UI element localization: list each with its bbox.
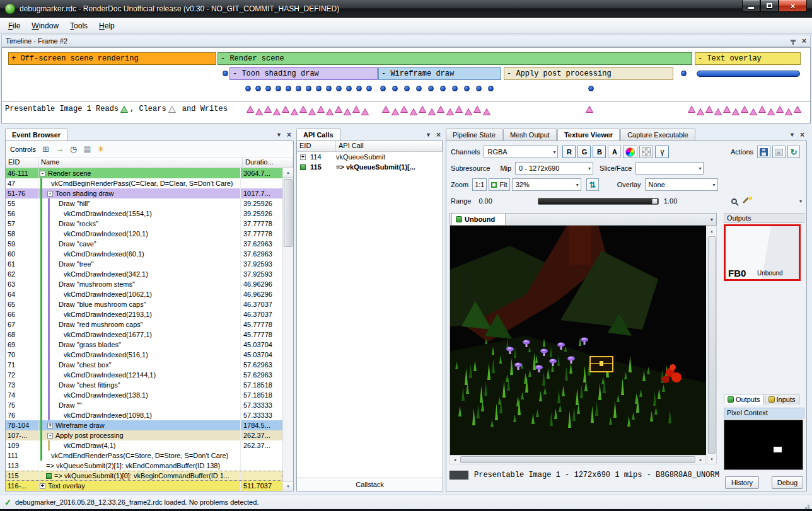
usage-triangle-icon[interactable] <box>410 108 417 115</box>
usage-triangle-icon[interactable] <box>473 106 481 113</box>
usage-triangle-icon[interactable] <box>750 108 757 115</box>
scroll-down-icon[interactable]: ▼ <box>283 481 293 491</box>
draw-dot[interactable] <box>488 86 494 91</box>
usage-write-marker[interactable] <box>392 108 399 117</box>
timeline-block--render-scene[interactable]: - Render scene <box>218 52 692 65</box>
fit-button[interactable]: Fit <box>489 178 509 191</box>
draw-dot[interactable] <box>316 86 322 91</box>
channel-a-button[interactable]: A <box>608 146 621 158</box>
open-texture-list-button[interactable] <box>772 146 786 158</box>
event-row[interactable]: 68vkCmdDrawIndexed(1677,1)45.77778 <box>6 330 282 340</box>
usage-write-marker[interactable] <box>714 108 722 117</box>
usage-write-marker[interactable] <box>326 108 334 117</box>
bookmark-icon[interactable]: ✳ <box>98 145 105 153</box>
event-row[interactable]: 67Draw "red mushroom caps"45.77778 <box>6 319 282 330</box>
event-row[interactable]: 59Draw "cave"37.62963 <box>6 239 282 249</box>
draw-dot[interactable] <box>476 86 482 91</box>
usage-write-marker[interactable] <box>455 106 463 114</box>
timeline-panel[interactable]: + Off-screen scene rendering- Render sce… <box>1 47 811 123</box>
usage-write-marker[interactable] <box>273 108 281 117</box>
timeline-block--apply-post-processing[interactable]: - Apply post processing <box>504 67 673 80</box>
draw-dot[interactable] <box>392 86 398 91</box>
draw-dot[interactable] <box>255 86 261 91</box>
tab-event-browser[interactable]: Event Browser <box>5 129 67 141</box>
usage-triangle-icon[interactable] <box>428 108 436 115</box>
event-row[interactable]: 76vkCmdDrawIndexed(1098,1)57.33333 <box>6 410 282 420</box>
tab-capture-executable[interactable]: Capture Executable <box>620 129 695 141</box>
chevron-down-icon[interactable]: ▾ <box>710 217 716 225</box>
usage-triangle-icon[interactable] <box>688 106 695 113</box>
channel-r-button[interactable]: R <box>562 146 576 158</box>
usage-triangle-icon[interactable] <box>361 108 369 115</box>
usage-write-marker[interactable] <box>246 106 254 114</box>
callstack-section[interactable]: Callstack <box>297 478 443 491</box>
usage-triangle-icon[interactable] <box>446 108 454 115</box>
texture-horizontal-scrollbar[interactable]: ◄ ► <box>450 455 706 464</box>
draw-dot[interactable] <box>286 86 291 91</box>
usage-triangle-icon[interactable] <box>723 106 731 113</box>
usage-write-marker[interactable] <box>688 106 695 114</box>
tab-pipeline-state[interactable]: Pipeline State <box>446 129 502 141</box>
side-tab-outputs[interactable]: Outputs <box>724 394 764 405</box>
usage-triangle-icon[interactable] <box>705 106 713 113</box>
fb0-thumbnail[interactable]: FB0 Unbound <box>724 224 801 281</box>
usage-triangle-icon[interactable] <box>246 106 254 113</box>
usage-write-marker[interactable] <box>255 108 263 117</box>
usage-triangle-icon[interactable] <box>767 108 775 115</box>
timeline-header[interactable]: Timeline - Frame #2 × <box>1 35 811 47</box>
range-slider[interactable] <box>538 198 659 205</box>
usage-write-marker[interactable] <box>299 106 307 114</box>
refresh-button[interactable]: ↻ <box>787 146 800 158</box>
draw-dot[interactable] <box>356 86 362 91</box>
scroll-down-icon[interactable]: ▼ <box>707 454 716 464</box>
event-row[interactable]: 64vkCmdDrawIndexed(1062,1)46.96296 <box>6 289 282 299</box>
usage-write-marker[interactable] <box>291 108 298 117</box>
zoom-1to1-button[interactable]: 1:1 <box>472 178 487 191</box>
usage-write-marker[interactable] <box>483 108 490 117</box>
usage-triangle-icon[interactable] <box>291 108 298 115</box>
range-slider-handle[interactable] <box>652 198 658 204</box>
usage-write-marker[interactable] <box>437 106 444 114</box>
usage-write-marker[interactable] <box>352 106 360 114</box>
event-row[interactable]: 69Draw "grass blades"45.03704 <box>6 340 282 350</box>
usage-write-marker[interactable] <box>317 106 325 114</box>
tab-mesh-output[interactable]: Mesh Output <box>503 129 557 141</box>
api-call-row[interactable]: 115=> vkQueueSubmit(1)[... <box>297 162 443 172</box>
draw-dot[interactable] <box>380 86 386 91</box>
close-button[interactable]: × <box>779 0 807 12</box>
tab-texture-viewer[interactable]: Texture Viewer <box>557 129 620 141</box>
event-row[interactable]: 51-76-Toon shading draw1017.7... <box>6 188 282 198</box>
menu-item-window[interactable]: Window <box>26 19 64 33</box>
menu-item-tools[interactable]: Tools <box>64 19 93 33</box>
draw-dot[interactable] <box>440 86 446 91</box>
usage-triangle-icon[interactable] <box>282 106 289 113</box>
gamma-button[interactable]: γ <box>655 146 669 158</box>
scroll-up-icon[interactable]: ▲ <box>283 168 293 178</box>
event-browser-scrollbar[interactable]: ▲ ▼ <box>282 168 293 491</box>
usage-triangle-icon[interactable] <box>273 108 281 115</box>
goto-eid-icon[interactable]: → <box>55 145 64 153</box>
browse-icon[interactable]: ⊞ <box>42 145 49 153</box>
event-row[interactable]: 62vkCmdDrawIndexed(342,1)37.92593 <box>6 269 282 279</box>
draw-dot[interactable] <box>428 86 434 91</box>
usage-write-marker[interactable] <box>308 108 316 117</box>
draw-dot[interactable] <box>464 86 470 91</box>
usage-write-marker[interactable] <box>282 106 289 114</box>
usage-triangle-icon[interactable] <box>308 108 316 115</box>
menu-item-help[interactable]: Help <box>93 19 120 33</box>
mip-select[interactable]: 0 - 1272x690 ▾ <box>515 162 593 175</box>
usage-triangle-icon[interactable] <box>455 106 463 113</box>
texture-image-area[interactable] <box>450 226 706 455</box>
event-row[interactable]: 115=> vkQueueSubmit(1)[0]: vkBeginComman… <box>6 471 282 481</box>
event-row[interactable]: 109vkCmdDraw(4,1)262.37... <box>6 440 282 451</box>
usage-triangle-icon[interactable] <box>344 108 351 115</box>
event-row[interactable]: 78-104+Wireframe draw1784.5... <box>6 420 282 430</box>
column-header-eid[interactable]: EID <box>297 141 336 151</box>
usage-triangle-icon[interactable] <box>255 108 263 115</box>
save-button[interactable] <box>757 146 770 158</box>
chevron-down-icon[interactable]: ▼ <box>426 132 431 138</box>
usage-write-marker[interactable] <box>741 106 748 114</box>
pixel-context-view[interactable] <box>724 420 803 470</box>
usage-triangle-icon[interactable] <box>758 106 766 113</box>
usage-write-marker[interactable] <box>335 106 342 114</box>
